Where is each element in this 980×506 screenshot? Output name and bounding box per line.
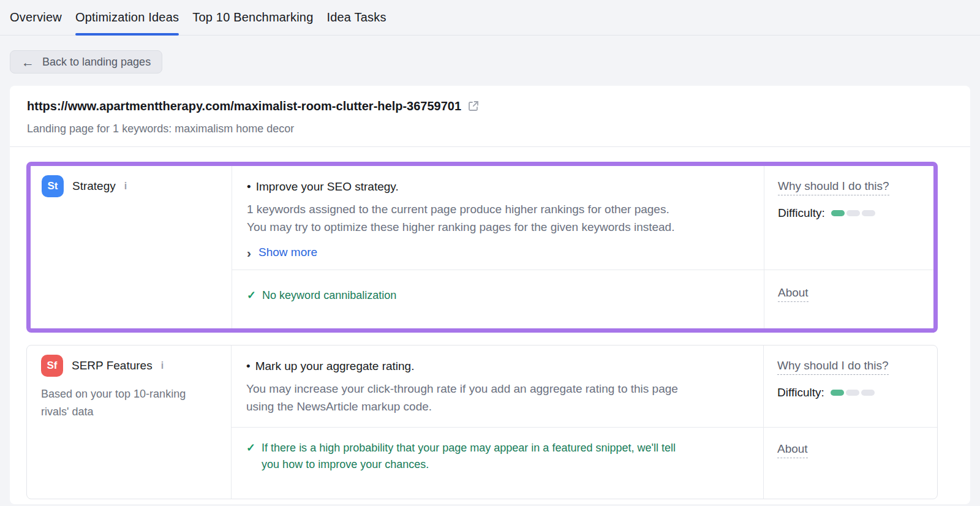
show-more-label: Show more — [258, 246, 317, 259]
card-strategy: St Strategy i • Improve your SEO strateg… — [26, 162, 938, 333]
strategy-title: Strategy — [72, 179, 116, 193]
serp-features-title: SERP Features — [72, 359, 153, 372]
serp-idea-cell: • Mark up your aggregate rating. You may… — [231, 346, 764, 427]
strategy-category-cell: St Strategy i — [31, 166, 232, 328]
bullet-icon: • — [246, 359, 251, 374]
serp-features-subtitle: Based on your top 10-ranking rivals' dat… — [41, 385, 219, 421]
strategy-actions-cell: Why should I do this? Difficulty: — [764, 166, 933, 270]
check-icon: ✓ — [246, 440, 255, 473]
difficulty-bar — [831, 210, 875, 216]
check-text-line: No keyword cannibalization — [262, 287, 396, 304]
landing-page-subtitle: Landing page for 1 keywords: maximalism … — [27, 123, 953, 135]
serp-category-cell: Sf SERP Features i Based on your top 10-… — [27, 346, 231, 499]
difficulty-label: Difficulty: — [778, 206, 825, 220]
idea-title: Mark up your aggregate rating. — [255, 359, 415, 374]
difficulty-bar — [831, 390, 875, 396]
idea-description-line: You may increase your click-through rate… — [246, 380, 748, 398]
landing-page-url: https://www.apartmenttherapy.com/maximal… — [27, 98, 461, 114]
serp-features-badge: Sf — [41, 355, 63, 377]
strategy-idea-cell: • Improve your SEO strategy. 1 keywords … — [232, 166, 764, 270]
strategy-check-cell: ✓ No keyword cannibalization — [232, 270, 764, 328]
check-icon: ✓ — [247, 287, 256, 304]
info-icon[interactable]: i — [161, 360, 164, 371]
bullet-icon: • — [247, 179, 251, 194]
strategy-about-cell: About — [764, 270, 933, 328]
about-link[interactable]: About — [778, 286, 809, 302]
tab-overview[interactable]: Overview — [10, 0, 62, 35]
serp-check-cell: ✓ If there is a high probability that yo… — [231, 427, 764, 499]
show-more-link[interactable]: › Show more — [247, 246, 317, 259]
external-link-icon[interactable] — [467, 100, 480, 112]
strategy-badge: St — [42, 175, 64, 197]
tab-top-10-benchmarking[interactable]: Top 10 Benchmarking — [192, 0, 313, 35]
check-text-line: you how to improve your chances. — [262, 456, 676, 473]
why-should-i-do-this-link[interactable]: Why should I do this? — [778, 179, 889, 195]
back-arrow-icon: ← — [21, 56, 34, 69]
serp-actions-cell: Why should I do this? Difficulty: — [764, 346, 937, 427]
check-text-line: If there is a high probability that your… — [262, 440, 676, 456]
tab-bar: Overview Optimization Ideas Top 10 Bench… — [0, 0, 980, 36]
back-to-landing-pages-button[interactable]: ← Back to landing pages — [10, 50, 162, 74]
idea-description-line: 1 keywords assigned to the current page … — [247, 200, 749, 218]
tab-optimization-ideas[interactable]: Optimization Ideas — [75, 0, 179, 35]
idea-title: Improve your SEO strategy. — [256, 179, 399, 194]
difficulty-label: Difficulty: — [777, 386, 824, 399]
serp-about-cell: About — [764, 427, 937, 499]
back-button-label: Back to landing pages — [42, 56, 151, 69]
why-should-i-do-this-link[interactable]: Why should I do this? — [777, 359, 889, 375]
chevron-right-icon: › — [247, 246, 251, 259]
info-icon[interactable]: i — [124, 181, 127, 192]
idea-description-line: using the NewsArticle markup code. — [246, 398, 748, 415]
about-link[interactable]: About — [777, 442, 808, 458]
page-header: https://www.apartmenttherapy.com/maximal… — [10, 86, 970, 147]
landing-page-panel: https://www.apartmenttherapy.com/maximal… — [10, 86, 970, 504]
tab-idea-tasks[interactable]: Idea Tasks — [326, 0, 386, 35]
card-serp-features: Sf SERP Features i Based on your top 10-… — [26, 345, 938, 499]
idea-description-line: You may try to optimize these higher ran… — [247, 218, 749, 236]
